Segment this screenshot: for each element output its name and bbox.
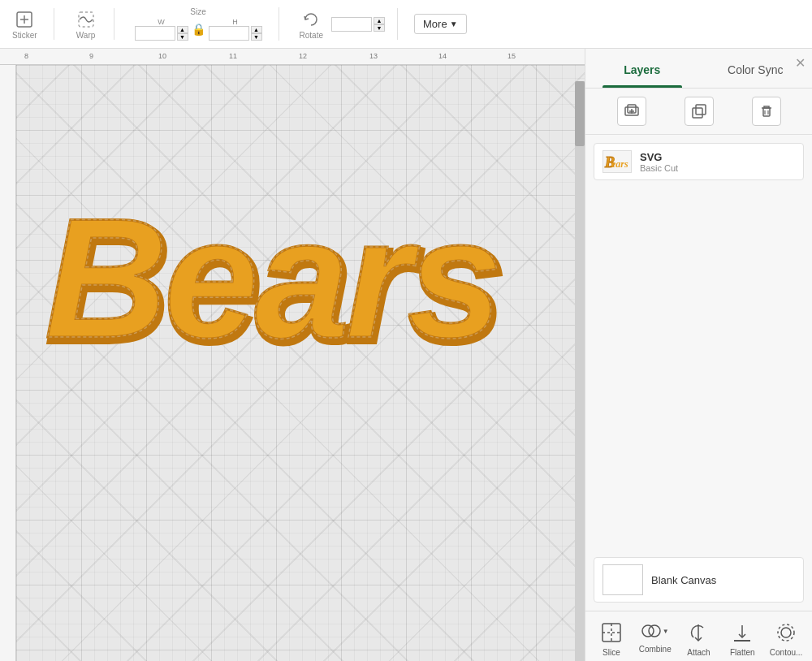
attach-tool[interactable]: Attach bbox=[678, 620, 719, 657]
more-dropdown-icon: ▼ bbox=[450, 19, 458, 28]
svg-text:ears: ears bbox=[611, 158, 628, 170]
add-layer-button[interactable] bbox=[617, 97, 646, 126]
panel-icon-buttons bbox=[585, 89, 812, 135]
contour-icon bbox=[773, 620, 799, 646]
slice-icon bbox=[598, 620, 624, 646]
rotate-up-arrow[interactable]: ▲ bbox=[374, 17, 385, 24]
ruler-tick-9: 9 bbox=[89, 52, 93, 60]
sticker-tool[interactable]: Sticker bbox=[12, 8, 37, 40]
toolbar-sticker-section: Sticker bbox=[8, 8, 54, 40]
height-up-arrow[interactable]: ▲ bbox=[251, 26, 262, 33]
panel-bottom: Slice ▼ Combine bbox=[585, 611, 812, 661]
rotate-label: Rotate bbox=[300, 31, 323, 40]
rotate-down-arrow[interactable]: ▼ bbox=[374, 24, 385, 32]
rotate-tool: Rotate bbox=[300, 8, 323, 40]
layer-name: SVG bbox=[640, 151, 795, 163]
rotate-icon bbox=[300, 8, 322, 31]
bottom-tools: Slice ▼ Combine bbox=[590, 620, 808, 657]
size-tool: Size W ▲ ▼ 🔒 H bbox=[135, 7, 262, 41]
ruler-tick-13: 13 bbox=[369, 52, 378, 60]
contour-tool[interactable]: Contou... bbox=[766, 620, 806, 657]
layer-info-svg: SVG Basic Cut bbox=[640, 151, 795, 173]
scrollbar-thumb[interactable] bbox=[575, 81, 585, 146]
ruler-left bbox=[0, 65, 16, 661]
ruler-top: 8 9 10 11 12 13 14 15 bbox=[0, 49, 585, 65]
bears-svg[interactable]: Bears Bears Bears bbox=[32, 171, 585, 382]
rotate-input[interactable] bbox=[331, 17, 372, 32]
svg-rect-13 bbox=[763, 108, 770, 116]
layers-list: B ears SVG Basic Cut bbox=[585, 135, 812, 549]
slice-tool[interactable]: Slice bbox=[591, 620, 632, 657]
width-up-arrow[interactable]: ▲ bbox=[177, 26, 188, 33]
flatten-tool[interactable]: Flatten bbox=[722, 620, 762, 657]
svg-point-27 bbox=[781, 628, 791, 637]
ruler-tick-11: 11 bbox=[229, 52, 237, 60]
svg-text:Bears: Bears bbox=[45, 183, 499, 374]
layer-item-svg[interactable]: B ears SVG Basic Cut bbox=[594, 143, 804, 180]
grid-canvas[interactable]: Bears Bears Bears bbox=[16, 65, 585, 661]
canvas-area[interactable]: 8 9 10 11 12 13 14 15 Bears Bears Bears bbox=[0, 49, 585, 661]
svg-point-22 bbox=[649, 625, 660, 637]
toolbar-size-section: Size W ▲ ▼ 🔒 H bbox=[131, 7, 279, 41]
ruler-tick-8: 8 bbox=[24, 52, 28, 60]
combine-icons-row: ▼ bbox=[641, 620, 669, 642]
svg-rect-12 bbox=[696, 105, 706, 114]
width-arrows[interactable]: ▲ ▼ bbox=[177, 26, 188, 41]
warp-label: Warp bbox=[76, 31, 96, 40]
sticker-label: Sticker bbox=[12, 31, 37, 40]
blank-canvas-label: Blank Canvas bbox=[651, 574, 716, 586]
blank-canvas-thumbnail bbox=[603, 564, 643, 595]
ruler-tick-12: 12 bbox=[299, 52, 307, 60]
sticker-icon bbox=[13, 8, 36, 31]
size-label: Size bbox=[190, 7, 205, 16]
combine-dropdown-arrow: ▼ bbox=[663, 628, 669, 635]
more-button[interactable]: More ▼ bbox=[414, 14, 467, 34]
combine-label: Combine bbox=[639, 645, 672, 654]
ruler-tick-10: 10 bbox=[158, 52, 166, 60]
rotate-arrows[interactable]: ▲ ▼ bbox=[374, 17, 385, 32]
warp-icon bbox=[75, 8, 97, 31]
combine-tool[interactable]: ▼ Combine bbox=[635, 620, 676, 654]
ruler-tick-15: 15 bbox=[508, 52, 516, 60]
width-input[interactable] bbox=[135, 26, 175, 41]
warp-tool[interactable]: Warp bbox=[75, 8, 97, 40]
more-label: More bbox=[423, 18, 447, 30]
attach-icon bbox=[685, 620, 711, 646]
right-panel: Layers Color Sync ✕ bbox=[585, 49, 812, 661]
vertical-scrollbar[interactable] bbox=[575, 81, 585, 661]
blank-canvas-item[interactable]: Blank Canvas bbox=[594, 557, 804, 603]
slice-label: Slice bbox=[603, 648, 620, 657]
lock-icon[interactable]: 🔒 bbox=[192, 23, 205, 36]
panel-close-button[interactable]: ✕ bbox=[795, 55, 806, 71]
main-area: 8 9 10 11 12 13 14 15 Bears Bears Bears bbox=[0, 49, 812, 661]
toolbar-rotate-section: Rotate ▲ ▼ bbox=[296, 8, 398, 40]
attach-label: Attach bbox=[687, 648, 710, 657]
panel-tabs: Layers Color Sync ✕ bbox=[585, 49, 812, 89]
ruler-tick-14: 14 bbox=[438, 52, 447, 60]
height-down-arrow[interactable]: ▼ bbox=[251, 33, 262, 41]
svg-rect-11 bbox=[693, 108, 702, 118]
flatten-label: Flatten bbox=[730, 648, 755, 657]
flatten-icon bbox=[729, 620, 755, 646]
tab-layers[interactable]: Layers bbox=[585, 49, 699, 88]
layer-type: Basic Cut bbox=[640, 163, 795, 173]
toolbar-warp-section: Warp bbox=[71, 8, 114, 40]
toolbar: Sticker Warp Size W bbox=[0, 0, 812, 49]
layer-thumbnail-svg: B ears bbox=[603, 150, 632, 173]
svg-point-26 bbox=[778, 624, 794, 641]
duplicate-layer-button[interactable] bbox=[685, 97, 714, 126]
delete-layer-button[interactable] bbox=[752, 97, 781, 126]
contour-label: Contou... bbox=[770, 648, 803, 657]
width-down-arrow[interactable]: ▼ bbox=[177, 33, 188, 41]
combine-icon bbox=[641, 620, 661, 642]
height-input[interactable] bbox=[209, 26, 249, 41]
svg-point-21 bbox=[642, 625, 654, 637]
height-arrows[interactable]: ▲ ▼ bbox=[251, 26, 262, 41]
